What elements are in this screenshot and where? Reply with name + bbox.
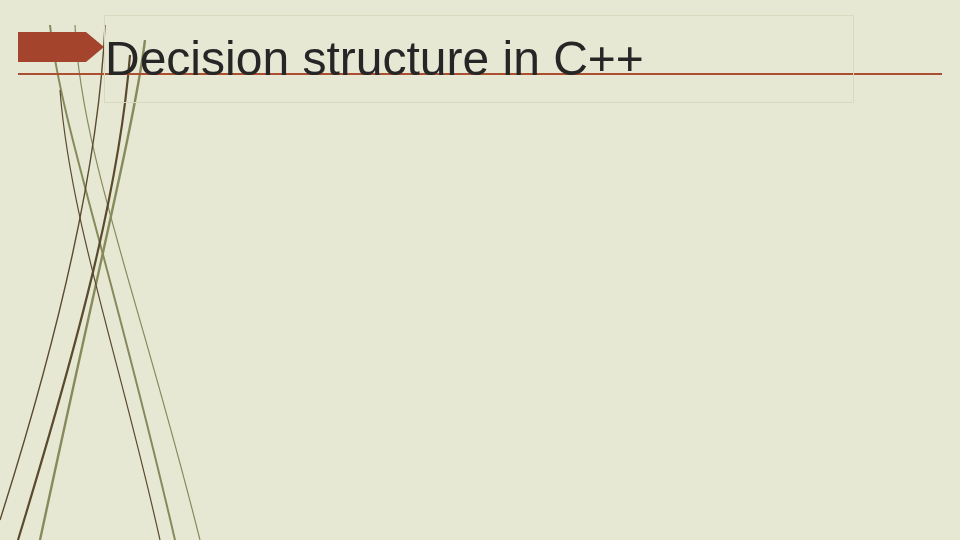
- title-arrow-icon: [18, 32, 104, 62]
- title-container: Decision structure in C++: [104, 15, 854, 103]
- slide-title: Decision structure in C++: [105, 35, 644, 83]
- slide: Decision structure in C++: [0, 0, 960, 540]
